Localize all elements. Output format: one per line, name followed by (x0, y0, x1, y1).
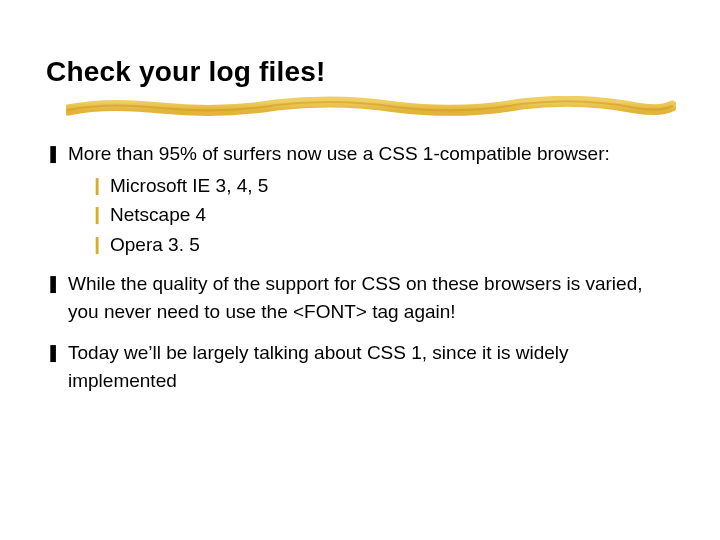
sub-bullet-glyph-icon: ❙ (90, 231, 110, 259)
bullet-item: ❚ More than 95% of surfers now use a CSS… (46, 140, 674, 168)
slide-body: ❚ More than 95% of surfers now use a CSS… (46, 140, 674, 394)
bullet-text: While the quality of the support for CSS… (68, 270, 674, 325)
sub-bullet-text: Netscape 4 (110, 201, 674, 229)
bullet-item: ❚ Today we’ll be largely talking about C… (46, 339, 674, 394)
slide: Check your log files! ❚ More than 95% of… (0, 0, 720, 540)
slide-title: Check your log files! (46, 56, 674, 88)
sub-bullet-item: ❙ Opera 3. 5 (90, 231, 674, 259)
sub-bullet-glyph-icon: ❙ (90, 201, 110, 229)
sub-bullet-item: ❙ Microsoft IE 3, 4, 5 (90, 172, 674, 200)
bullet-text: Today we’ll be largely talking about CSS… (68, 339, 674, 394)
bullet-text: More than 95% of surfers now use a CSS 1… (68, 140, 674, 168)
bullet-glyph-icon: ❚ (46, 339, 68, 394)
bullet-item: ❚ While the quality of the support for C… (46, 270, 674, 325)
sub-bullet-item: ❙ Netscape 4 (90, 201, 674, 229)
bullet-glyph-icon: ❚ (46, 270, 68, 325)
sub-bullet-glyph-icon: ❙ (90, 172, 110, 200)
sub-bullet-text: Microsoft IE 3, 4, 5 (110, 172, 674, 200)
bullet-glyph-icon: ❚ (46, 140, 68, 168)
title-underline (66, 96, 674, 118)
sub-bullet-text: Opera 3. 5 (110, 231, 674, 259)
